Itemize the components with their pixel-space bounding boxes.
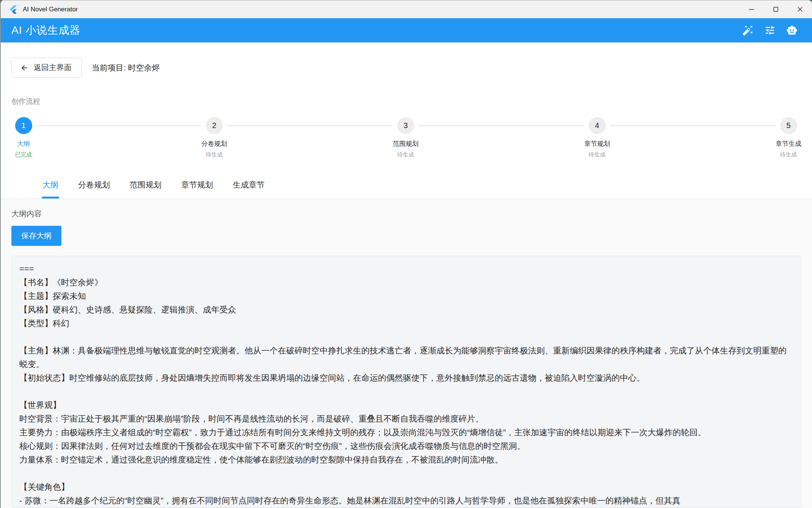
step-label: 范围规划	[393, 139, 419, 148]
flutter-logo-icon	[8, 5, 18, 14]
tune-icon[interactable]	[759, 20, 781, 41]
page-title: AI 小说生成器	[11, 23, 80, 38]
minimize-icon[interactable]	[739, 0, 763, 18]
step-circle: 3	[397, 117, 414, 134]
step-label: 章节规划	[584, 139, 610, 148]
step-circle: 4	[589, 117, 606, 134]
close-icon[interactable]	[788, 0, 812, 18]
step-volume-plan: 2 分卷规划 待生成	[201, 117, 227, 158]
outline-content-textarea[interactable]: === 【书名】《时空余烬》 【主题】探索未知 【风格】硬科幻、史诗感、悬疑探险…	[11, 256, 801, 508]
outline-section-label: 大纲内容	[11, 209, 801, 219]
step-circle: 2	[206, 117, 223, 134]
step-circle: 5	[780, 117, 797, 134]
tab-chapter-plan[interactable]: 章节规划	[171, 172, 223, 199]
step-status: 待生成	[397, 151, 414, 158]
tab-outline[interactable]: 大纲	[33, 172, 68, 199]
arrow-back-icon	[20, 64, 28, 72]
outline-panel: 大纲内容 保存大纲 === 【书名】《时空余烬》 【主题】探索未知 【风格】硬科…	[1, 199, 812, 508]
step-connector	[36, 125, 201, 126]
magic-wand-icon[interactable]	[737, 20, 759, 41]
step-label: 章节生成	[776, 139, 801, 148]
tab-volume-plan[interactable]: 分卷规划	[68, 172, 120, 199]
back-to-main-button[interactable]: 返回主界面	[11, 58, 82, 78]
step-outline: 1 大纲 已完成	[11, 117, 36, 158]
step-status: 待生成	[589, 151, 606, 158]
back-button-label: 返回主界面	[34, 63, 72, 73]
step-label: 大纲	[17, 139, 30, 148]
tab-generate-chapter[interactable]: 生成章节	[223, 172, 274, 199]
step-scope-plan: 3 范围规划 待生成	[393, 117, 419, 158]
app-header: AI 小说生成器	[1, 18, 812, 42]
step-status: 已完成	[15, 151, 32, 158]
robot-icon[interactable]	[781, 20, 803, 41]
step-chapter-plan: 4 章节规划 待生成	[584, 117, 610, 158]
save-outline-button[interactable]: 保存大纲	[11, 226, 61, 246]
step-status: 待生成	[206, 151, 223, 158]
step-connector	[610, 125, 776, 126]
workflow-title: 创作流程	[11, 97, 801, 106]
app-window: AI Novel Generator AI 小说生成器 返回主界面 当前项	[0, 0, 812, 508]
step-status: 待生成	[780, 151, 797, 158]
window-title: AI Novel Generator	[23, 6, 78, 13]
step-chapter-generate: 5 章节生成 待生成	[776, 117, 801, 158]
os-titlebar: AI Novel Generator	[1, 0, 812, 18]
step-connector	[419, 125, 584, 126]
step-connector	[227, 125, 393, 126]
workflow-stepper: 创作流程 1 大纲 已完成 2 分卷规划 待生成 3 范围规划 待生成 4	[11, 97, 801, 158]
tab-scope-plan[interactable]: 范围规划	[120, 172, 171, 199]
step-circle: 1	[15, 117, 32, 134]
maximize-icon[interactable]	[763, 0, 788, 18]
step-label: 分卷规划	[201, 139, 227, 148]
project-toolbar: 返回主界面 当前项目: 时空余烬	[11, 58, 801, 78]
current-project-label: 当前项目: 时空余烬	[92, 63, 160, 73]
tab-bar: 大纲 分卷规划 范围规划 章节规划 生成章节	[1, 172, 812, 199]
